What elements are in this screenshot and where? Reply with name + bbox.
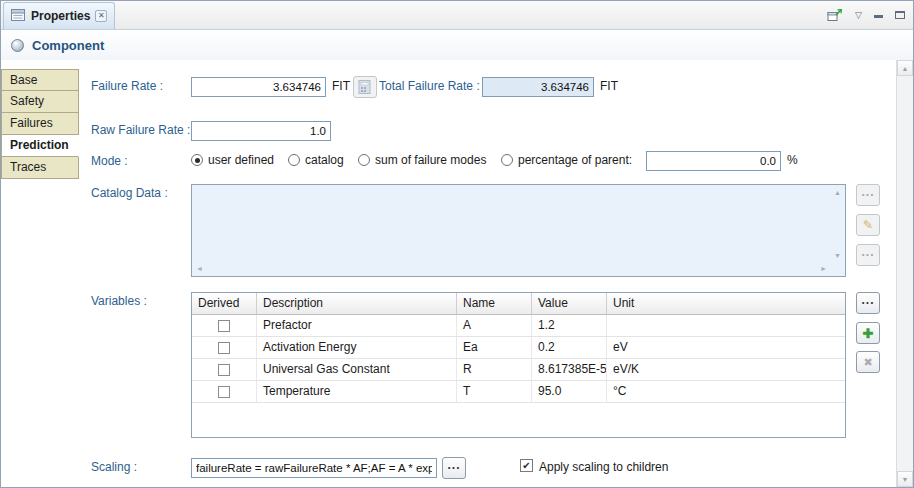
form-content: Base Safety Failures Prediction Traces F… [1, 60, 913, 487]
failure-rate-unit: FIT [332, 79, 350, 93]
sidebar-item-traces[interactable]: Traces [1, 157, 79, 179]
form-header: Component [1, 30, 913, 60]
total-failure-rate-label: Total Failure Rate : [379, 79, 480, 93]
derived-checkbox[interactable] [218, 320, 230, 332]
maximize-icon[interactable] [895, 11, 905, 19]
mode-radio-sum-of-failure-modes[interactable]: sum of failure modes [358, 152, 486, 168]
catalog-data-label: Catalog Data : [91, 186, 168, 200]
radio-icon [501, 154, 513, 166]
mode-radio-user-defined[interactable]: user defined [191, 152, 274, 168]
pencil-icon: ✎ [863, 218, 873, 232]
scaling-expression-field[interactable] [191, 458, 437, 478]
delete-icon: ✖ [863, 356, 872, 369]
scroll-up-icon: ▲ [834, 189, 841, 196]
catalog-edit-button: ✎ [856, 214, 880, 236]
apply-scaling-label: Apply scaling to children [539, 460, 668, 474]
page-title: Component [32, 38, 104, 53]
catalog-more-button: ... [856, 244, 880, 266]
sidebar-item-failures[interactable]: Failures [1, 113, 79, 135]
add-icon: ✚ [863, 326, 874, 341]
mode-radio-catalog[interactable]: catalog [288, 152, 344, 168]
variables-browse-button[interactable]: ... [856, 292, 880, 314]
apply-scaling-checkbox[interactable]: ✔ [520, 459, 533, 472]
view-tabbar: Properties ✕ ▽ [1, 1, 913, 30]
vertical-scrollbar[interactable]: ▲ ▼ [896, 60, 913, 487]
variables-table: Derived Description Name Value Unit Pref… [191, 292, 846, 438]
table-row[interactable]: Temperature T 95.0 °C [192, 381, 845, 403]
percentage-unit: % [787, 153, 798, 167]
col-description: Description [257, 293, 457, 314]
close-icon[interactable]: ✕ [95, 10, 107, 22]
catalog-data-area: ▲ ▼ ◄ ► [191, 184, 846, 277]
minimize-icon[interactable] [874, 13, 883, 18]
table-row[interactable]: Prefactor A 1.2 [192, 315, 845, 337]
table-row[interactable]: Universal Gas Constant R 8.617385E-5 eV/… [192, 359, 845, 381]
total-failure-rate-field [482, 77, 594, 97]
mode-radio-percentage-of-parent[interactable]: percentage of parent: [501, 152, 632, 168]
col-value: Value [532, 293, 607, 314]
scroll-left-icon: ◄ [196, 265, 203, 272]
scroll-down-icon: ▼ [834, 252, 841, 259]
raw-failure-rate-label: Raw Failure Rate : [91, 123, 190, 137]
derived-checkbox[interactable] [218, 342, 230, 354]
scroll-right-icon: ► [820, 265, 827, 272]
properties-view: Properties ✕ ▽ Component Base Safety Fai… [0, 0, 914, 488]
scrollbar-up-icon[interactable]: ▲ [897, 60, 913, 76]
sidebar: Base Safety Failures Prediction Traces [1, 69, 79, 179]
catalog-browse-button: ... [856, 184, 880, 206]
col-derived: Derived [192, 293, 257, 314]
total-failure-rate-unit: FIT [600, 79, 618, 93]
tab-properties[interactable]: Properties ✕ [3, 2, 115, 29]
table-header: Derived Description Name Value Unit [192, 293, 845, 315]
detach-view-icon[interactable] [827, 8, 843, 22]
derived-checkbox[interactable] [218, 386, 230, 398]
radio-selected-icon [191, 154, 203, 166]
col-name: Name [457, 293, 532, 314]
mode-label: Mode : [91, 154, 128, 168]
sidebar-item-base[interactable]: Base [1, 69, 79, 91]
radio-icon [358, 154, 370, 166]
scrollbar-down-icon[interactable]: ▼ [897, 471, 913, 487]
scaling-edit-button[interactable]: ... [442, 457, 466, 479]
failure-rate-label: Failure Rate : [91, 79, 163, 93]
variables-label: Variables : [91, 294, 147, 308]
calculator-button [353, 76, 377, 98]
delete-variable-button: ✖ [856, 351, 880, 373]
raw-failure-rate-field[interactable] [191, 121, 331, 141]
col-unit: Unit [607, 293, 845, 314]
sidebar-item-safety[interactable]: Safety [1, 91, 79, 113]
percentage-of-parent-field[interactable] [646, 151, 781, 171]
derived-checkbox[interactable] [218, 364, 230, 376]
sidebar-item-prediction[interactable]: Prediction [1, 135, 79, 157]
component-icon [11, 39, 24, 52]
view-toolbar: ▽ [827, 1, 905, 29]
radio-icon [288, 154, 300, 166]
tab-title: Properties [31, 9, 90, 23]
view-menu-icon[interactable]: ▽ [855, 10, 862, 20]
add-variable-button[interactable]: ✚ [856, 322, 880, 344]
table-row[interactable]: Activation Energy Ea 0.2 eV [192, 337, 845, 359]
properties-icon [11, 8, 26, 25]
scaling-label: Scaling : [91, 460, 137, 474]
failure-rate-field[interactable] [191, 77, 326, 97]
